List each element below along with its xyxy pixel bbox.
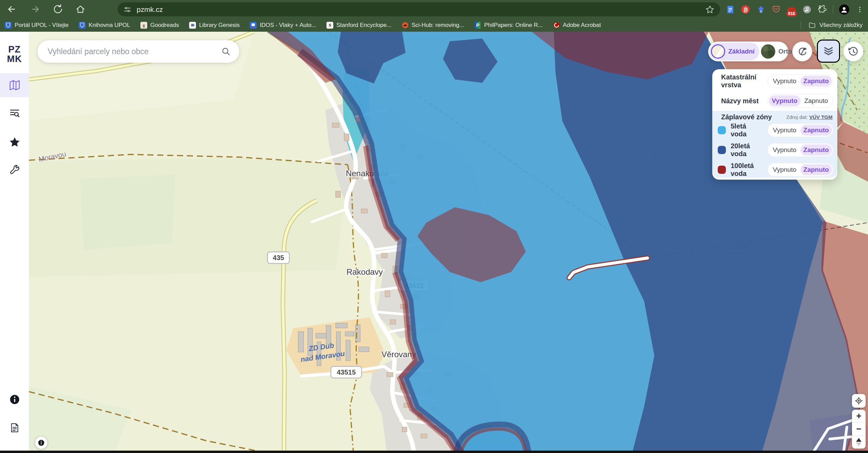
basemap-ortho[interactable]: Orto [759,43,797,60]
philpapers-favicon: P [474,22,481,29]
layers-panel: Katastrální vrstva Vypnuto Zapnuto Názvy… [712,69,837,180]
flood5-off[interactable]: Vypnuto [769,125,801,136]
bookmark-stanford-encyclopedia[interactable]: SStanford Encyclope... [326,22,392,29]
sidebar-item-documents[interactable] [0,416,29,440]
citynames-toggle[interactable]: Vypnuto Zapnuto [767,94,833,108]
layers-button[interactable] [817,40,840,63]
cadastre-off[interactable]: Vypnuto [769,76,801,87]
sidebar-item-info[interactable] [0,388,29,411]
rotate-3d-icon [796,46,808,57]
bookmark-idos[interactable]: IDOS - Vlaky + Auto... [250,22,316,29]
app-logo[interactable]: PZMK [0,45,29,64]
sidebar-item-tools[interactable] [0,158,29,182]
docs-extension-icon[interactable] [726,5,735,14]
bookmark-library-genesis[interactable]: ≋Library Genesis [189,22,240,29]
basemap-basic[interactable]: Základní [709,43,759,60]
zoom-in-button[interactable]: + [852,410,866,422]
bookmark-adobe-acrobat[interactable]: Adobe Acrobat [553,22,601,29]
attribution-info-icon [37,439,45,447]
sidebar-item-favorites[interactable] [0,130,29,154]
browser-chrome: pzmk.cz 918 Portál UPOL - Vítejte Knihov… [0,0,868,32]
sidebar-item-search-list[interactable] [0,101,29,125]
reload-icon[interactable] [51,2,65,16]
svg-text:P: P [476,22,479,28]
browser-menu-icon[interactable] [855,5,865,14]
panel-row-flood20: 20letá voda Vypnuto Zapnuto [712,140,837,160]
flood100-swatch [718,166,726,174]
all-bookmarks-button[interactable]: Všechny záložky [801,18,863,32]
bookmark-philpapers[interactable]: PPhilPapers: Online R... [474,22,543,29]
panel-row-flood5: 5letá voda Vypnuto Zapnuto [712,120,837,140]
flood20-toggle[interactable]: Vypnuto Zapnuto [767,143,833,157]
site-settings-icon[interactable] [123,5,132,14]
screen-bottom-strip [0,451,868,453]
forward-icon[interactable] [29,2,42,16]
search-bar[interactable] [37,40,239,63]
search-icon[interactable] [221,46,231,57]
flood-section-title: Záplavové zóny [721,113,786,121]
star-icon [9,136,21,148]
cadastre-on[interactable]: Zapnuto [801,76,832,87]
zoom-controls: + − [852,410,866,449]
panel-row-citynames: Názvy měst Vypnuto Zapnuto [712,91,837,111]
bookmark-portal-upol[interactable]: Portál UPOL - Vítejte [5,22,68,29]
goodreads-favicon: g [140,22,147,29]
bookmark-knihovna-upol[interactable]: Knihovna UPOL [79,22,130,29]
flood20-off[interactable]: Vypnuto [769,145,801,155]
home-icon[interactable] [74,2,87,16]
list-search-icon [9,107,21,119]
map-container: Nenakonice Rakodavy Věrovany ZD Dub nad … [29,32,868,453]
sidebar-item-map[interactable] [0,73,29,97]
tilt-control[interactable] [852,436,866,449]
history-button[interactable] [843,42,863,61]
profile-avatar[interactable] [839,4,849,15]
layers-icon [822,45,835,58]
basemap-ortho-thumbnail [761,44,775,59]
app-sidebar: PZMK [0,32,29,453]
mail-extension-icon[interactable]: 918 [787,5,796,14]
pocket-extension-icon[interactable] [772,5,781,14]
flood20-on[interactable]: Zapnuto [801,145,832,155]
bookmarks-bar: Portál UPOL - Vítejte Knihovna UPOL gGoo… [0,18,868,32]
bookmark-goodreads[interactable]: gGoodreads [140,22,179,29]
cadastre-toggle[interactable]: Vypnuto Zapnuto [767,74,833,88]
history-icon [848,46,859,57]
flood100-off[interactable]: Vypnuto [769,164,801,175]
extension-cluster: 918 [726,2,865,16]
map-icon [8,79,21,92]
citynames-off[interactable]: Vypnuto [769,95,801,106]
bookmark-star-icon[interactable] [705,5,715,14]
libgen-favicon: ≋ [189,22,196,29]
upol-favicon [5,22,12,29]
bookmark-scihub[interactable]: Sci-Hub: removing... [402,22,464,29]
address-bar[interactable]: pzmk.cz [118,2,720,16]
tilt-down-icon [856,442,862,446]
scihub-favicon [402,22,409,29]
back-icon[interactable] [5,2,18,16]
sep-favicon: S [326,22,333,29]
flood100-toggle[interactable]: Vypnuto Zapnuto [767,163,833,177]
folder-icon [808,21,816,29]
flood5-toggle[interactable]: Vypnuto Zapnuto [767,123,833,137]
upol-favicon [79,22,86,29]
locate-icon [854,396,863,405]
map-attribution-button[interactable] [35,437,47,449]
toolbar-separator [833,5,834,14]
drive-extension-icon[interactable] [756,5,766,14]
zoom-out-button[interactable]: − [852,423,866,435]
music-extension-icon[interactable] [802,5,812,14]
search-input[interactable] [48,47,221,56]
citynames-on[interactable]: Zapnuto [801,95,832,106]
rotate-3d-button[interactable] [792,42,812,61]
locate-button[interactable] [852,394,866,408]
flood5-on[interactable]: Zapnuto [801,125,832,136]
extensions-puzzle-icon[interactable] [818,5,827,14]
panel-row-cadastre: Katastrální vrstva Vypnuto Zapnuto [712,71,837,91]
shield-435: 435 [268,252,289,263]
flood100-on[interactable]: Zapnuto [801,164,832,175]
panel-row-flood100: 100letá voda Vypnuto Zapnuto [712,160,837,180]
data-source-link[interactable]: VÚV TGM [809,114,833,120]
adblock-extension-icon[interactable] [741,5,750,14]
idos-favicon [250,22,257,29]
flood-zones-section: Záplavové zóny Zdroj dat: VÚV TGM 5letá … [712,111,837,178]
